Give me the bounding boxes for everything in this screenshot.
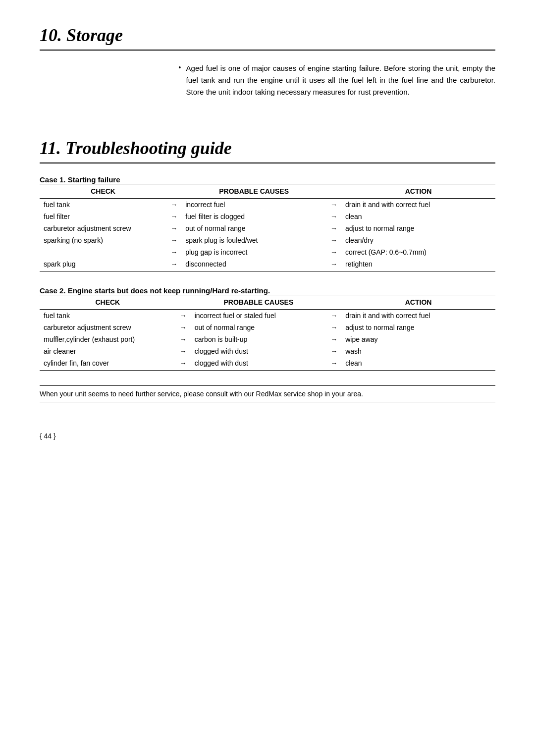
storage-divider	[40, 50, 495, 51]
case1-header-causes: PROBABLE CAUSES	[181, 184, 326, 199]
case2-check-1: carburetor adjustment screw	[40, 322, 176, 333]
footer-note: When your unit seems to need further ser…	[40, 385, 495, 402]
case1-action-5: retighten	[341, 258, 495, 271]
case1-arrow1-2: →	[166, 222, 181, 234]
case2-action-1: adjust to normal range	[341, 322, 495, 333]
case2-title: Case 2. Engine starts but does not keep …	[40, 286, 495, 295]
case2-header-action: ACTION	[341, 295, 495, 310]
troubleshooting-divider	[40, 162, 495, 163]
case1-header-check: CHECK	[40, 184, 166, 199]
storage-bullet-text: Aged fuel is one of major causes of engi…	[186, 62, 495, 98]
storage-section: 10. Storage • Aged fuel is one of major …	[40, 25, 495, 98]
case1-header-arrow1	[166, 184, 181, 199]
case1-action-2: adjust to normal range	[341, 222, 495, 234]
case1-arrow2-2: →	[326, 222, 341, 234]
case1-check-5: spark plug	[40, 258, 166, 271]
case1-cause-2: out of normal range	[181, 222, 326, 234]
troubleshooting-section: 11. Troubleshooting guide Case 1. Starti…	[40, 138, 495, 402]
case1-action-1: clean	[341, 211, 495, 222]
case2-arrow1-2: →	[176, 333, 191, 345]
case2-arrow2-4: →	[326, 357, 341, 371]
case2-action-2: wipe away	[341, 333, 495, 345]
troubleshooting-title: 11. Troubleshooting guide	[40, 138, 495, 159]
case2-cause-4: clogged with dust	[191, 357, 327, 371]
case1-arrow2-1: →	[326, 211, 341, 222]
case1-table: CHECK PROBABLE CAUSES ACTION fuel tank →…	[40, 184, 495, 271]
table-row: sparking (no spark) → spark plug is foul…	[40, 234, 495, 246]
case2-arrow2-1: →	[326, 322, 341, 333]
case1-action-3: clean/dry	[341, 234, 495, 246]
case1-arrow2-0: →	[326, 199, 341, 211]
table-row: fuel filter → fuel filter is clogged → c…	[40, 211, 495, 222]
case2-action-3: wash	[341, 345, 495, 357]
case1-arrow1-5: →	[166, 258, 181, 271]
case1-arrow2-3: →	[326, 234, 341, 246]
case1-check-3: sparking (no spark)	[40, 234, 166, 246]
case2-action-0: drain it and with correct fuel	[341, 310, 495, 322]
case2-container: Case 2. Engine starts but does not keep …	[40, 286, 495, 371]
case1-check-4	[40, 246, 166, 258]
case1-cause-5: disconnected	[181, 258, 326, 271]
case2-arrow2-0: →	[326, 310, 341, 322]
case2-header-arrow2	[326, 295, 341, 310]
case2-header-row: CHECK PROBABLE CAUSES ACTION	[40, 295, 495, 310]
case1-check-1: fuel filter	[40, 211, 166, 222]
storage-title: 10. Storage	[40, 25, 495, 46]
case2-header-check: CHECK	[40, 295, 176, 310]
table-row: fuel tank → incorrect fuel → drain it an…	[40, 199, 495, 211]
case2-arrow2-3: →	[326, 345, 341, 357]
table-row: air cleaner → clogged with dust → wash	[40, 345, 495, 357]
case2-check-2: muffler,cylinder (exhaust port)	[40, 333, 176, 345]
storage-bullet-item: • Aged fuel is one of major causes of en…	[178, 62, 495, 98]
case1-cause-0: incorrect fuel	[181, 199, 326, 211]
case2-arrow1-1: →	[176, 322, 191, 333]
case2-cause-2: carbon is built-up	[191, 333, 327, 345]
case1-arrow1-0: →	[166, 199, 181, 211]
case1-check-2: carburetor adjustment screw	[40, 222, 166, 234]
case2-arrow1-4: →	[176, 357, 191, 371]
case2-arrow1-3: →	[176, 345, 191, 357]
case1-cause-3: spark plug is fouled/wet	[181, 234, 326, 246]
case1-header-arrow2	[326, 184, 341, 199]
case1-header-action: ACTION	[341, 184, 495, 199]
table-row: carburetor adjustment screw → out of nor…	[40, 322, 495, 333]
case1-arrow1-4: →	[166, 246, 181, 258]
case1-action-0: drain it and with correct fuel	[341, 199, 495, 211]
case2-arrow2-2: →	[326, 333, 341, 345]
table-row: muffler,cylinder (exhaust port) → carbon…	[40, 333, 495, 345]
case1-check-0: fuel tank	[40, 199, 166, 211]
case1-arrow2-5: →	[326, 258, 341, 271]
case2-cause-1: out of normal range	[191, 322, 327, 333]
case1-header-row: CHECK PROBABLE CAUSES ACTION	[40, 184, 495, 199]
case2-cause-0: incorrect fuel or staled fuel	[191, 310, 327, 322]
table-row: → plug gap is incorrect → correct (GAP: …	[40, 246, 495, 258]
table-row: cylinder fin, fan cover → clogged with d…	[40, 357, 495, 371]
case2-arrow1-0: →	[176, 310, 191, 322]
case2-header-causes: PROBABLE CAUSES	[191, 295, 327, 310]
case1-action-4: correct (GAP: 0.6~0.7mm)	[341, 246, 495, 258]
case1-arrow2-4: →	[326, 246, 341, 258]
case2-header-arrow1	[176, 295, 191, 310]
table-row: carburetor adjustment screw → out of nor…	[40, 222, 495, 234]
case2-action-4: clean	[341, 357, 495, 371]
table-row: fuel tank → incorrect fuel or staled fue…	[40, 310, 495, 322]
page-number: { 44 }	[40, 432, 495, 440]
table-row: spark plug → disconnected → retighten	[40, 258, 495, 271]
case2-check-3: air cleaner	[40, 345, 176, 357]
case1-title: Case 1. Starting failure	[40, 175, 495, 184]
case1-cause-4: plug gap is incorrect	[181, 246, 326, 258]
bullet-dot: •	[178, 63, 181, 72]
case2-cause-3: clogged with dust	[191, 345, 327, 357]
case2-check-0: fuel tank	[40, 310, 176, 322]
case2-check-4: cylinder fin, fan cover	[40, 357, 176, 371]
case1-arrow1-3: →	[166, 234, 181, 246]
case1-container: Case 1. Starting failure CHECK PROBABLE …	[40, 175, 495, 271]
storage-content: • Aged fuel is one of major causes of en…	[178, 62, 495, 98]
case1-cause-1: fuel filter is clogged	[181, 211, 326, 222]
case1-arrow1-1: →	[166, 211, 181, 222]
case2-table: CHECK PROBABLE CAUSES ACTION fuel tank →…	[40, 295, 495, 371]
